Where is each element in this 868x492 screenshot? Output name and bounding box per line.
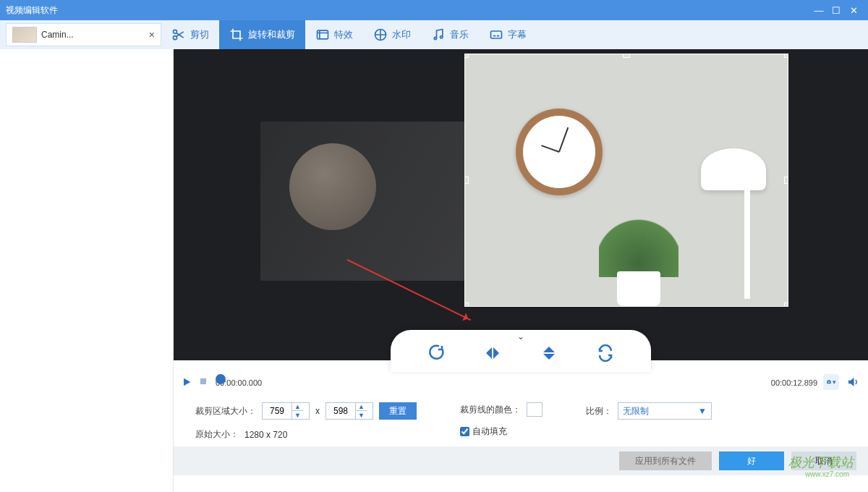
crop-line-color-swatch[interactable] <box>527 402 542 417</box>
title-bar: 视频编辑软件 — ☐ ✕ <box>0 0 868 20</box>
crop-height-field[interactable] <box>326 406 355 416</box>
snapshot-button[interactable]: ▾ <box>823 374 839 390</box>
scissors-icon <box>171 27 186 42</box>
main-toolbar: 剪切 旋转和裁剪 特效 水印 音乐 <box>161 20 868 49</box>
reset-button[interactable]: 重置 <box>379 402 417 420</box>
site-watermark-url: www.xz7.com <box>805 470 849 478</box>
crop-height-input[interactable]: ▲▼ <box>326 402 373 420</box>
stop-button[interactable] <box>198 376 210 388</box>
crop-controls: 裁剪区域大小： ▲▼ x ▲▼ 重置 原始大小： 1280 x 720 <box>174 396 868 446</box>
tool-rotate-crop[interactable]: 旋转和裁剪 <box>219 20 305 49</box>
tool-effects[interactable]: 特效 <box>305 20 363 49</box>
crop-line-color-label: 裁剪线的颜色： <box>460 404 521 416</box>
autofill-label: 自动填充 <box>472 425 507 438</box>
tool-music[interactable]: 音乐 <box>421 20 479 49</box>
original-size-value: 1280 x 720 <box>244 430 287 440</box>
lamp-graphic <box>694 148 773 300</box>
file-thumbnail <box>12 27 37 43</box>
dropdown-icon: ▼ <box>698 406 707 416</box>
file-tab[interactable]: Camin... × <box>6 23 161 46</box>
tab-toolbar-row: Camin... × 剪切 旋转和裁剪 特效 水印 <box>0 20 868 49</box>
crop-selection[interactable]: + <box>464 54 788 307</box>
tool-subtitle-label: 字幕 <box>508 28 527 41</box>
crop-handle-bl[interactable] <box>464 302 469 307</box>
crop-handle-tm[interactable] <box>623 54 630 58</box>
chevron-down-icon[interactable]: ⌄ <box>517 331 524 342</box>
autofill-checkbox[interactable] <box>460 427 469 436</box>
rotate-cw-button[interactable] <box>426 343 446 363</box>
video-frame-left <box>260 122 477 281</box>
tool-cut-label: 剪切 <box>190 28 209 41</box>
flip-vertical-button[interactable] <box>539 343 559 363</box>
rotate-flip-panel: ⌄ <box>391 330 651 372</box>
crop-handle-rm[interactable] <box>784 177 788 184</box>
music-icon <box>431 27 446 42</box>
ratio-label: 比例： <box>586 405 612 417</box>
svg-rect-7 <box>200 378 206 384</box>
width-up-icon[interactable]: ▲ <box>292 403 303 411</box>
ratio-value: 无限制 <box>623 405 649 417</box>
tool-watermark[interactable]: 水印 <box>363 20 421 49</box>
volume-button[interactable] <box>845 374 861 390</box>
x-separator: x <box>315 406 320 416</box>
original-size-label: 原始大小： <box>195 428 239 441</box>
close-window-button[interactable]: ✕ <box>845 5 862 16</box>
time-total: 00:00:12.899 <box>760 378 817 387</box>
maximize-button[interactable]: ☐ <box>827 5 845 16</box>
crop-size-label: 裁剪区域大小： <box>195 405 256 417</box>
ok-button[interactable]: 好 <box>719 451 784 470</box>
tool-effects-label: 特效 <box>334 28 353 41</box>
clock-graphic <box>516 109 603 195</box>
crop-handle-tl[interactable] <box>464 54 469 58</box>
crop-handle-tr[interactable] <box>784 54 788 58</box>
subtitle-icon <box>489 27 503 42</box>
crop-icon <box>229 27 244 42</box>
crop-center-icon: + <box>715 177 723 192</box>
tool-watermark-label: 水印 <box>392 28 411 41</box>
svg-rect-6 <box>491 31 502 38</box>
preview-area: + ⌄ <box>174 49 868 368</box>
svg-point-5 <box>441 36 443 38</box>
main-panel: + ⌄ <box>174 49 868 492</box>
file-tab-close-icon[interactable]: × <box>149 29 155 41</box>
crop-width-field[interactable] <box>263 406 292 416</box>
flip-horizontal-button[interactable] <box>482 343 503 363</box>
cancel-button[interactable]: 取消 <box>791 451 856 470</box>
crop-handle-bm[interactable] <box>623 302 630 307</box>
svg-point-8 <box>828 381 830 383</box>
tool-subtitle[interactable]: 字幕 <box>479 20 537 49</box>
preview-canvas[interactable]: + <box>174 49 868 360</box>
rotate-180-button[interactable] <box>595 343 616 363</box>
play-button[interactable] <box>181 376 192 388</box>
effects-icon <box>315 27 330 42</box>
apply-all-button[interactable]: 应用到所有文件 <box>619 451 712 470</box>
tool-music-label: 音乐 <box>450 28 469 41</box>
ratio-select[interactable]: 无限制 ▼ <box>618 402 712 420</box>
crop-handle-br[interactable] <box>784 302 788 307</box>
width-down-icon[interactable]: ▼ <box>292 411 303 419</box>
svg-rect-2 <box>318 30 328 39</box>
tool-cut[interactable]: 剪切 <box>161 20 219 49</box>
timeline-knob[interactable] <box>216 374 226 384</box>
plant-graphic <box>595 198 682 306</box>
tool-rotate-crop-label: 旋转和裁剪 <box>248 28 295 41</box>
minimize-button[interactable]: — <box>810 5 827 16</box>
height-up-icon[interactable]: ▲ <box>356 403 367 411</box>
app-title: 视频编辑软件 <box>6 4 58 17</box>
crop-width-input[interactable]: ▲▼ <box>262 402 310 420</box>
svg-point-4 <box>434 37 436 39</box>
height-down-icon[interactable]: ▼ <box>356 411 367 419</box>
crop-handle-lm[interactable] <box>464 177 469 184</box>
sidebar <box>0 49 174 492</box>
timeline-bar: 00:00:00.000 00:00:12.899 ▾ <box>174 368 868 396</box>
footer-bar: 应用到所有文件 好 取消 极光下载站 www.xz7.com <box>174 446 868 475</box>
file-tab-label: Camin... <box>41 30 149 40</box>
watermark-icon <box>373 27 388 42</box>
